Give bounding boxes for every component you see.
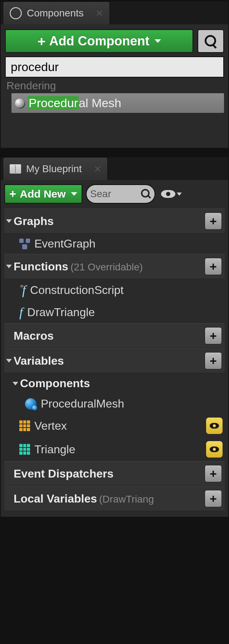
chevron-down-icon	[71, 192, 77, 196]
blueprint-tab-label: My Blueprint	[26, 163, 82, 175]
add-graph-button[interactable]: +	[205, 213, 222, 230]
item-procedural-mesh[interactable]: ProceduralMesh	[4, 394, 225, 414]
component-search-input[interactable]	[5, 56, 224, 78]
add-function-button[interactable]: +	[205, 258, 222, 275]
add-variable-button[interactable]: +	[205, 352, 222, 369]
my-blueprint-panel: My Blueprint × + Add New Sear Graphs + E…	[0, 156, 229, 518]
components-tab[interactable]: Components ×	[3, 1, 110, 24]
expand-icon	[6, 219, 12, 223]
components-panel: Components × + Add Component Rendering P…	[0, 1, 229, 149]
components-tab-label: Components	[27, 8, 84, 19]
category-label: Functions	[14, 260, 68, 273]
array-icon	[19, 420, 30, 431]
visibility-toggle[interactable]	[206, 441, 223, 458]
eye-icon	[161, 190, 175, 198]
item-event-graph[interactable]: EventGraph	[4, 234, 225, 254]
category-variables[interactable]: Variables +	[4, 348, 225, 373]
chevron-down-icon	[177, 193, 182, 196]
category-graphs[interactable]: Graphs +	[4, 209, 225, 234]
blueprint-search-input[interactable]: Sear	[86, 184, 155, 204]
item-draw-triangle[interactable]: f DrawTriangle	[4, 301, 225, 323]
graph-icon	[19, 239, 30, 249]
blueprint-toolbar: + Add New Sear	[1, 180, 228, 207]
add-dispatcher-button[interactable]: +	[205, 465, 222, 482]
add-component-label: Add Component	[49, 34, 150, 49]
category-label: Event Dispatchers	[14, 467, 113, 480]
category-label: Variables	[14, 354, 64, 368]
category-label: Graphs	[14, 215, 54, 228]
category-event-dispatchers[interactable]: Event Dispatchers +	[4, 461, 225, 486]
match-highlight: Procedur	[28, 96, 79, 110]
close-icon[interactable]: ×	[96, 6, 103, 20]
item-label: Triangle	[34, 443, 75, 456]
search-placeholder: Sear	[90, 188, 139, 200]
item-label: EventGraph	[34, 237, 96, 250]
eye-icon	[210, 446, 219, 452]
search-button[interactable]	[198, 29, 224, 53]
close-icon[interactable]: ×	[94, 162, 101, 176]
blueprint-tab[interactable]: My Blueprint ×	[3, 157, 108, 180]
item-label: ProceduralMesh	[41, 397, 124, 410]
add-local-variable-button[interactable]: +	[205, 490, 222, 507]
components-toolbar: + Add Component	[1, 24, 228, 56]
category-local-variables[interactable]: Local Variables (DrawTriang +	[4, 486, 225, 511]
eye-icon	[210, 423, 219, 429]
subcategory-label: Components	[20, 377, 90, 390]
add-new-label: Add New	[20, 188, 65, 200]
blueprint-tree: Graphs + EventGraph Functions (21 Overri…	[1, 207, 228, 517]
component-icon	[25, 398, 36, 410]
category-functions[interactable]: Functions (21 Overridable) +	[4, 254, 225, 279]
subcategory-components[interactable]: Components	[4, 373, 225, 394]
item-construction-script[interactable]: f ConstructionScript	[4, 279, 225, 301]
category-label: Macros	[14, 329, 54, 343]
expand-icon	[6, 359, 12, 363]
search-icon	[204, 34, 218, 48]
expand-icon	[6, 265, 12, 268]
components-tab-bar: Components ×	[1, 1, 228, 24]
mesh-icon	[15, 99, 24, 108]
add-component-dropdown: Rendering Procedural Mesh	[1, 56, 228, 116]
item-vertex[interactable]: Vertex	[4, 414, 225, 438]
category-sublabel: (21 Overridable)	[70, 261, 143, 273]
function-icon: f	[19, 305, 23, 320]
book-icon	[10, 164, 21, 174]
add-macro-button[interactable]: +	[205, 327, 222, 344]
category-macros[interactable]: Macros +	[4, 323, 225, 348]
item-label: ConstructionScript	[30, 284, 123, 297]
search-icon	[141, 189, 151, 199]
expand-icon	[13, 382, 18, 385]
item-label: Vertex	[34, 419, 67, 433]
item-label: DrawTriangle	[27, 306, 95, 319]
add-new-button[interactable]: + Add New	[4, 184, 82, 204]
result-label: Procedural Mesh	[28, 96, 121, 110]
function-override-icon: f	[19, 283, 26, 298]
array-icon	[19, 444, 30, 455]
visibility-toggle[interactable]	[206, 418, 223, 434]
result-procedural-mesh[interactable]: Procedural Mesh	[11, 93, 224, 113]
visibility-filter-button[interactable]	[159, 184, 184, 204]
category-sublabel: (DrawTriang	[99, 494, 154, 505]
gear-icon	[10, 7, 22, 19]
item-triangle[interactable]: Triangle	[4, 438, 225, 461]
blueprint-tab-bar: My Blueprint ×	[1, 157, 228, 180]
category-label: Local Variables	[14, 492, 97, 505]
result-category-label: Rendering	[5, 78, 224, 93]
add-component-button[interactable]: + Add Component	[5, 29, 193, 53]
chevron-down-icon	[155, 39, 161, 43]
